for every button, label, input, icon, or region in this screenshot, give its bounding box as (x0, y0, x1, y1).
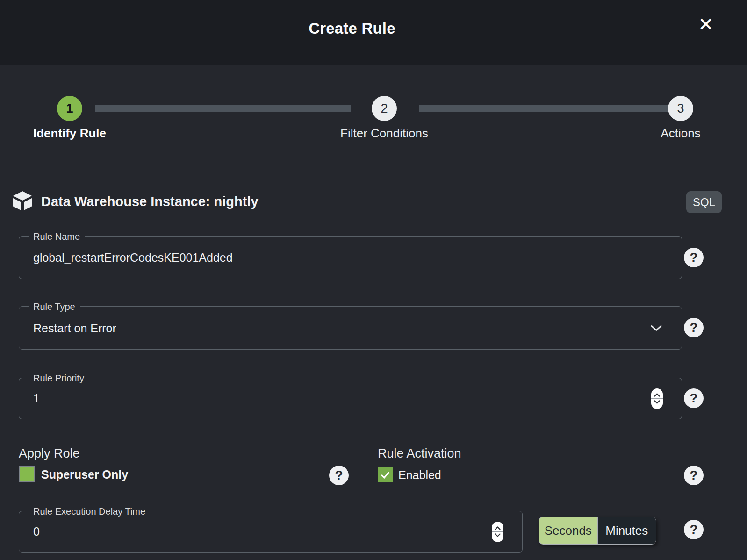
delay-time-stepper[interactable] (492, 522, 503, 542)
rule-priority-input[interactable] (33, 378, 594, 419)
step-3-number: 3 (677, 101, 684, 116)
unit-minutes-button[interactable]: Minutes (597, 517, 656, 544)
rule-priority-stepper[interactable] (651, 388, 663, 409)
rule-activation-label: Rule Activation (378, 446, 461, 461)
rule-name-help-icon[interactable]: ? (684, 248, 704, 267)
step-2-number: 2 (381, 101, 388, 116)
delay-time-field[interactable]: Rule Execution Delay Time (19, 511, 523, 553)
delay-time-input[interactable] (33, 511, 454, 552)
checkmark-icon (380, 470, 390, 480)
rule-activation-help-icon[interactable]: ? (684, 466, 704, 485)
dialog-header: Create Rule ✕ (0, 0, 747, 65)
rule-activation-checkbox[interactable] (378, 467, 393, 482)
rule-name-input[interactable] (33, 237, 618, 279)
rule-type-label: Rule Type (29, 301, 80, 313)
stepper-down-icon (495, 533, 501, 537)
step-2-label[interactable]: Filter Conditions (323, 126, 445, 141)
rule-activation-option-label: Enabled (398, 468, 441, 482)
apply-role-option-label: Superuser Only (41, 468, 128, 481)
sql-button[interactable]: SQL (686, 191, 722, 213)
create-rule-dialog: Create Rule ✕ 1 2 3 Identify Rule Filter… (0, 0, 747, 560)
rule-type-dropdown[interactable]: Rule Type Restart on Error (19, 306, 682, 350)
step-2-circle[interactable]: 2 (372, 96, 397, 121)
rule-type-value: Restart on Error (33, 321, 116, 335)
rule-priority-field[interactable]: Rule Priority (19, 378, 682, 419)
rule-type-help-icon[interactable]: ? (684, 318, 704, 337)
apply-role-checkbox[interactable] (19, 466, 35, 482)
stepper-up-icon (495, 526, 501, 530)
chevron-down-icon[interactable] (651, 325, 662, 331)
rule-priority-help-icon[interactable]: ? (684, 388, 704, 408)
step-connector-2 (419, 105, 669, 112)
delay-unit-toggle: Seconds Minutes (539, 517, 656, 545)
apply-role-label: Apply Role (19, 446, 80, 461)
close-icon[interactable]: ✕ (694, 12, 718, 36)
stepper-up-icon (654, 393, 660, 397)
stepper-down-icon (654, 400, 660, 404)
step-1-circle[interactable]: 1 (57, 96, 82, 121)
step-1-label[interactable]: Identify Rule (9, 126, 130, 141)
step-1-number: 1 (66, 101, 73, 116)
rule-name-field[interactable]: Rule Name (19, 236, 682, 279)
instance-heading: Data Warehouse Instance: nightly (41, 194, 259, 209)
apply-role-help-icon[interactable]: ? (329, 466, 349, 485)
step-3-label[interactable]: Actions (620, 126, 741, 141)
unit-seconds-button[interactable]: Seconds (539, 517, 597, 544)
delay-time-help-icon[interactable]: ? (684, 520, 704, 539)
step-connector-1 (95, 105, 351, 112)
cube-icon (11, 190, 34, 214)
dialog-title: Create Rule (0, 20, 704, 37)
step-3-circle[interactable]: 3 (668, 96, 693, 121)
